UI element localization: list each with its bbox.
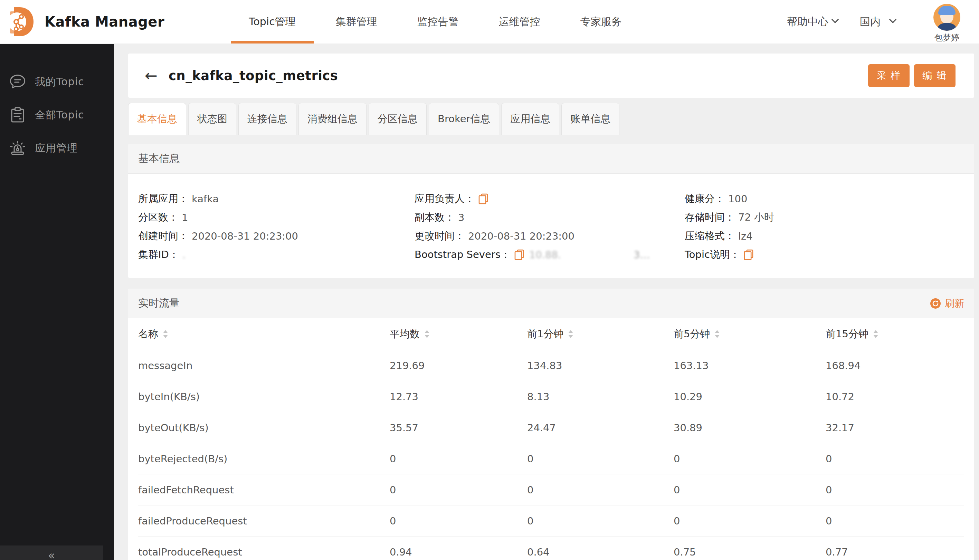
copy-icon[interactable] — [514, 249, 525, 260]
info-field: 分区数： 1 — [138, 208, 414, 227]
field-value: 72 小时 — [738, 211, 774, 224]
sidebar-item[interactable]: 应用管理 — [0, 132, 114, 165]
table-row: messageIn 219.69 134.83 163.13 168.94 — [138, 350, 964, 381]
metric-5min: 0 — [673, 453, 825, 465]
user-menu[interactable]: 包梦婷 — [934, 4, 961, 43]
sort-carets-icon — [424, 330, 429, 338]
table-column-sorter[interactable]: 前1分钟 — [527, 318, 673, 350]
table-row: totalProduceRequest 0.94 0.64 0.75 0.77 — [138, 537, 964, 560]
tab[interactable]: Broker信息 — [429, 103, 499, 135]
basic-info-fields: 所属应用： kafka 应用负责人： 健康分： 100 分区数： 1 副本数： … — [128, 174, 974, 278]
refresh-button[interactable]: 刷新 — [930, 297, 964, 310]
table-column-sorter[interactable]: 平均数 — [390, 318, 527, 350]
alarm-siren-icon — [9, 140, 26, 156]
metric-avg: 35.57 — [390, 422, 527, 433]
info-field: 更改时间： 2020-08-31 20:23:00 — [414, 227, 685, 245]
help-center-menu[interactable]: 帮助中心 — [787, 15, 838, 29]
metric-name: messageIn — [138, 360, 390, 372]
metric-avg: 0 — [390, 515, 527, 527]
nav-item[interactable]: 监控告警 — [397, 0, 479, 43]
field-value: kafka — [192, 193, 219, 205]
field-value: 3 — [458, 212, 464, 223]
edit-button[interactable]: 编 辑 — [914, 64, 956, 87]
user-name: 包梦婷 — [934, 32, 959, 43]
tab[interactable]: 基本信息 — [128, 103, 186, 135]
info-field: 应用负责人： — [414, 190, 685, 208]
basic-info-card-header: 基本信息 — [128, 144, 974, 174]
sample-button[interactable]: 采 样 — [868, 64, 910, 87]
sidebar-collapse-button[interactable]: « — [0, 545, 103, 560]
table-header-row: 名称 平均数 前1分钟 前5分钟 前15分钟 — [138, 318, 964, 350]
field-value: 1 — [182, 212, 188, 223]
tab[interactable]: 消费组信息 — [299, 103, 366, 135]
field-label: 集群ID： — [138, 248, 179, 262]
avatar[interactable] — [934, 4, 961, 31]
tab-label: Broker信息 — [438, 112, 490, 126]
tab[interactable]: 应用信息 — [501, 103, 559, 135]
chevron-down-icon — [832, 16, 839, 23]
nav-item-label: 专家服务 — [580, 15, 622, 29]
field-label: 所属应用： — [138, 192, 188, 206]
table-column-sorter[interactable]: 前5分钟 — [673, 318, 825, 350]
metric-name: totalProduceRequest — [138, 546, 390, 558]
metric-1min: 24.47 — [527, 422, 673, 433]
collapse-left-icon: « — [48, 549, 55, 560]
metric-avg: 0 — [390, 453, 527, 465]
basic-info-title: 基本信息 — [138, 152, 180, 166]
table-row: byteOut(KB/s) 35.57 24.47 30.89 32.17 — [138, 412, 964, 443]
info-field: Bootstrap Severs： 10.88. 3… — [414, 245, 685, 264]
back-arrow-icon[interactable]: ← — [145, 68, 157, 83]
metric-5min: 0.75 — [673, 546, 825, 558]
metric-15min: 0 — [825, 515, 964, 527]
field-label: 压缩格式： — [685, 229, 735, 243]
field-label: 更改时间： — [414, 229, 464, 243]
metric-avg: 0.94 — [390, 546, 527, 558]
field-label: 分区数： — [138, 211, 178, 224]
info-field: 所属应用： kafka — [138, 190, 414, 208]
table-column-sorter[interactable]: 前15分钟 — [825, 318, 964, 350]
tab-label: 消费组信息 — [307, 112, 358, 126]
metric-15min: 32.17 — [825, 422, 964, 433]
copy-icon[interactable] — [478, 193, 488, 204]
realtime-card-header: 实时流量 刷新 — [128, 288, 974, 318]
tab[interactable]: 分区信息 — [369, 103, 427, 135]
nav-item-label: Topic管理 — [249, 15, 296, 29]
navbar-right: 帮助中心 国内 包梦婷 — [787, 0, 961, 43]
sidebar-item[interactable]: 我的Topic — [0, 65, 114, 98]
tab-label: 连接信息 — [247, 112, 287, 126]
primary-nav: Topic管理 集群管理 监控告警 运维管控 专家服务 — [229, 0, 642, 43]
sidebar-item[interactable]: 全部Topic — [0, 98, 114, 132]
copy-icon[interactable] — [743, 249, 754, 260]
metric-15min: 0 — [825, 453, 964, 465]
tab[interactable]: 状态图 — [188, 103, 236, 135]
table-column-sorter[interactable]: 名称 — [138, 318, 390, 350]
refresh-icon — [930, 298, 941, 309]
metric-1min: 0 — [527, 453, 673, 465]
chevron-down-icon — [889, 16, 896, 23]
metric-name: failedFetchRequest — [138, 484, 390, 496]
tab-label: 状态图 — [197, 112, 227, 126]
column-header-label: 前15分钟 — [825, 327, 869, 341]
metric-5min: 0 — [673, 515, 825, 527]
field-value: . — [182, 249, 185, 261]
basic-info-card: 基本信息 所属应用： kafka 应用负责人： 健康分： 100 分区数： 1 — [128, 144, 974, 278]
field-value-fragment: 3… — [633, 249, 650, 261]
region-select[interactable]: 国内 — [860, 15, 895, 29]
table-row: failedProduceRequest 0 0 0 0 — [138, 505, 964, 537]
tab[interactable]: 账单信息 — [561, 103, 620, 135]
nav-item[interactable]: 专家服务 — [560, 0, 642, 43]
info-field: 副本数： 3 — [414, 208, 685, 227]
nav-item[interactable]: Topic管理 — [229, 0, 316, 43]
info-field: 压缩格式： lz4 — [685, 227, 974, 245]
column-header-label: 平均数 — [390, 327, 420, 341]
field-label: 创建时间： — [138, 229, 188, 243]
field-label: 副本数： — [414, 211, 454, 224]
nav-item[interactable]: 集群管理 — [316, 0, 397, 43]
nav-item[interactable]: 运维管控 — [479, 0, 560, 43]
sort-carets-icon — [715, 330, 720, 338]
clipboard-icon — [9, 107, 26, 123]
metric-1min: 0 — [527, 484, 673, 496]
table-row: byteRejected(B/s) 0 0 0 0 — [138, 443, 964, 474]
sort-carets-icon — [163, 330, 168, 338]
tab[interactable]: 连接信息 — [238, 103, 296, 135]
